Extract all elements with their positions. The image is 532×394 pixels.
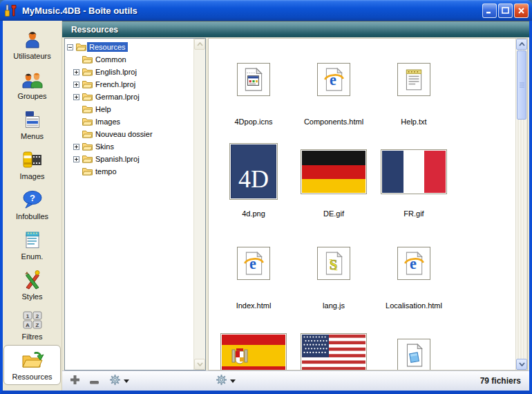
sidebar-item-label: Groupes (17, 92, 46, 100)
expand-toggle-icon[interactable] (73, 94, 82, 100)
file-thumbnail-area: S (317, 225, 350, 301)
folder-icon (82, 93, 93, 101)
sidebar-item-filtres[interactable]: 12AZFiltres (3, 305, 61, 345)
grid-scroll-track[interactable] (516, 120, 527, 359)
file-thumbnail-area (301, 317, 367, 370)
file-name: Localisation.html (386, 301, 442, 310)
tree-item-label: Common (93, 55, 129, 64)
sidebar-item-utilisateurs[interactable]: Utilisateurs (3, 24, 61, 64)
file-item-lang-js[interactable]: Slang.js (294, 225, 374, 317)
file-name: Components.html (304, 118, 363, 126)
file-item-fr-gif[interactable]: FR.gif (374, 133, 454, 225)
expand-toggle-icon[interactable] (73, 69, 82, 75)
folder-icon (82, 55, 93, 64)
file-item-help-txt[interactable]: Help.txt (374, 41, 454, 133)
remove-button[interactable] (90, 375, 99, 387)
file-item-4dpop-icns[interactable]: 4Dpop.icns (213, 41, 294, 133)
tree-item-label: English.lproj (93, 67, 139, 77)
tree-item-images[interactable]: Images (65, 115, 193, 128)
tree-item-tempo[interactable]: tempo (65, 165, 193, 178)
tree-scrollbar[interactable] (193, 39, 205, 370)
page-title: Ressources (62, 25, 118, 35)
sidebar-item-enum[interactable]: Enum. (3, 225, 61, 265)
sidebar-item-styles[interactable]: Styles (3, 265, 61, 305)
folder-icon (82, 105, 93, 113)
folder-icon (82, 155, 93, 163)
enum-icon (23, 229, 42, 251)
folder-icon (82, 118, 93, 126)
title-bar[interactable]: MyMusic.4DB - Boîte outils (0, 0, 532, 21)
grid-scrollbar[interactable] (515, 39, 527, 370)
expand-toggle-icon[interactable] (73, 144, 82, 150)
tree-item-spanish-lproj[interactable]: Spanish.lproj (65, 153, 193, 165)
folder-icon (82, 80, 93, 88)
expand-toggle-icon[interactable] (73, 156, 82, 162)
file-name: 4Dpop.icns (234, 118, 272, 126)
resources-icon (21, 349, 44, 371)
tree-item-help[interactable]: Help (65, 103, 193, 115)
close-button[interactable] (514, 3, 529, 18)
tree-item-german-lproj[interactable]: German.lproj (65, 91, 193, 103)
add-button[interactable] (70, 375, 79, 387)
sidebar-item-images[interactable]: Images (3, 144, 61, 185)
scroll-down-icon[interactable] (516, 359, 527, 370)
file-name: lang.js (323, 301, 345, 310)
collapse-toggle-icon[interactable] (67, 44, 76, 50)
flag-de-icon (301, 149, 367, 194)
file-item-index-html[interactable]: eIndex.html (213, 225, 294, 317)
file-count-status: 79 fichiers (480, 376, 521, 386)
content-area: ResourcesCommonEnglish.lprojFrench.lproj… (62, 37, 529, 370)
folder-icon (76, 43, 86, 51)
file-item[interactable] (374, 317, 454, 370)
scroll-down-icon[interactable] (194, 359, 205, 370)
scroll-up-icon[interactable] (194, 39, 205, 50)
panel-header: Ressources (62, 21, 529, 37)
file-thumbnail-area (381, 133, 447, 209)
tree-item-label: Spanish.lproj (93, 154, 142, 164)
tree-item-french-lproj[interactable]: French.lproj (65, 78, 193, 91)
folder-icon (82, 68, 93, 76)
file-item-de-gif[interactable]: DE.gif (294, 133, 374, 225)
sidebar-item-infobulles[interactable]: ?Infobulles (3, 185, 61, 225)
sidebar-item-groupes[interactable]: Groupes (3, 64, 61, 104)
sidebar-item-ressources[interactable]: Ressources (3, 345, 61, 385)
file-item-localisation-html[interactable]: eLocalisation.html (374, 225, 454, 317)
file-item[interactable] (213, 317, 294, 370)
file-grid: 4Dpop.icnseComponents.htmlHelp.txt4D4d.p… (209, 39, 515, 370)
tree-item-label: German.lproj (93, 92, 142, 102)
js-icon: S (317, 247, 350, 280)
sidebar-item-menus[interactable]: Menus (3, 104, 61, 144)
file-name: Index.html (236, 301, 272, 310)
folder-icon (82, 130, 93, 138)
file-name: Help.txt (401, 118, 426, 126)
expand-toggle-icon[interactable] (73, 82, 82, 88)
tree-item-skins[interactable]: Skins (65, 140, 193, 153)
file-item[interactable] (294, 317, 374, 370)
file-thumbnail-area (301, 133, 367, 209)
minus-icon (90, 375, 99, 387)
tree-item-common[interactable]: Common (65, 53, 193, 66)
scrollbar-thumb[interactable] (517, 50, 526, 120)
actions-menu-button[interactable] (109, 374, 129, 388)
sidebar-item-label: Utilisateurs (13, 52, 50, 60)
svg-text:2: 2 (35, 313, 39, 319)
maximize-button[interactable] (498, 3, 513, 18)
svg-text:?: ? (30, 193, 35, 203)
ie-icon: e (397, 247, 430, 280)
tree-item-english-lproj[interactable]: English.lproj (65, 66, 193, 78)
tree-item-resources[interactable]: Resources (65, 41, 193, 53)
tree-item-nouveau-dossier[interactable]: Nouveau dossier (65, 128, 193, 140)
tree-item-label: tempo (93, 167, 119, 176)
file-item-4d-png[interactable]: 4D4d.png (213, 133, 294, 225)
doc-icon (397, 339, 430, 370)
sidebar-item-label: Menus (21, 132, 44, 140)
file-thumbnail-area: e (397, 225, 430, 301)
application-window: MyMusic.4DB - Boîte outils UtilisateursG… (0, 0, 532, 394)
film-icon (21, 149, 44, 171)
file-thumbnail-area (237, 41, 270, 118)
file-item-components-html[interactable]: eComponents.html (294, 41, 374, 133)
scroll-up-icon[interactable] (516, 39, 527, 50)
tree-scroll-track[interactable] (194, 50, 205, 359)
minimize-button[interactable] (482, 3, 497, 18)
options-menu-button[interactable] (216, 374, 236, 388)
